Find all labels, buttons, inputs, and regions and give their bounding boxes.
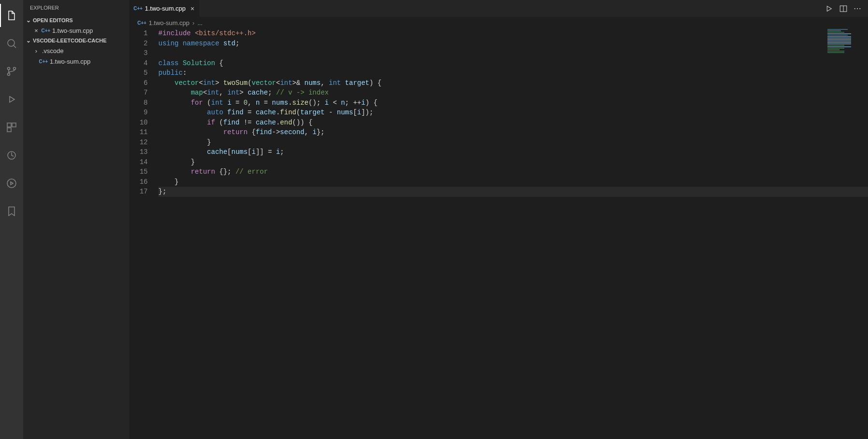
more-icon[interactable]: ⋯ [854, 4, 861, 13]
chevron-down-icon: ⌄ [25, 17, 32, 24]
tab-label: 1.two-sum.cpp [145, 5, 186, 12]
cpp-file-icon: C++ [40, 57, 47, 65]
cpp-file-icon: C++ [42, 27, 50, 34]
git-branch-icon [6, 66, 17, 77]
play-bug-icon [6, 94, 17, 105]
editor-area: C++ 1.two-sum.cpp × ⋯ C++ 1.two-sum.cpp … [129, 0, 868, 439]
split-editor-icon[interactable] [839, 4, 848, 13]
tab-actions: ⋯ [825, 0, 868, 17]
breadcrumb-trail: ... [197, 19, 203, 27]
open-editors-header[interactable]: ⌄ OPEN EDITORS [23, 15, 129, 25]
svg-point-3 [14, 68, 16, 70]
chevron-right-icon: › [33, 47, 40, 55]
svg-rect-4 [7, 123, 11, 127]
activity-extensions[interactable] [0, 116, 23, 139]
close-icon[interactable]: × [33, 27, 40, 34]
line-number-gutter: 1234567891011121314151617 [129, 28, 158, 439]
tree-folder-vscode[interactable]: › .vscode [23, 45, 129, 56]
activity-bar [0, 0, 23, 439]
explorer-sidebar: EXPLORER ⌄ OPEN EDITORS × C++ 1.two-sum.… [23, 0, 129, 439]
tree-file-two-sum[interactable]: C++ 1.two-sum.cpp [23, 56, 129, 67]
run-icon[interactable] [825, 4, 833, 13]
activity-misc-2[interactable] [0, 172, 23, 195]
search-icon [6, 38, 17, 49]
open-editor-item[interactable]: × C++ 1.two-sum.cpp [23, 25, 129, 36]
svg-point-2 [8, 73, 10, 76]
open-editors-label: OPEN EDITORS [33, 17, 73, 23]
svg-point-0 [8, 40, 14, 46]
workspace-header[interactable]: ⌄ VSCODE-LEETCODE-CACHE [23, 36, 129, 45]
workspace-label: VSCODE-LEETCODE-CACHE [33, 38, 107, 43]
explorer-title: EXPLORER [23, 0, 129, 15]
code-editor[interactable]: 1234567891011121314151617 #include <bits… [129, 28, 868, 439]
files-icon [6, 10, 17, 21]
activity-misc-1[interactable] [0, 144, 23, 167]
activity-search[interactable] [0, 32, 23, 55]
cpp-file-icon: C++ [134, 5, 142, 13]
circle-play-icon [6, 178, 17, 189]
cpp-file-icon: C++ [138, 19, 146, 27]
tab-two-sum[interactable]: C++ 1.two-sum.cpp × [129, 0, 200, 17]
svg-rect-5 [12, 123, 16, 127]
activity-explorer[interactable] [0, 4, 23, 27]
chevron-right-icon: › [193, 19, 195, 27]
code-content[interactable]: #include <bits/stdc++.h>using namespace … [158, 28, 868, 439]
bookmark-icon [6, 206, 17, 217]
svg-rect-6 [7, 128, 11, 132]
activity-bookmark[interactable] [0, 200, 23, 223]
folder-name: .vscode [42, 47, 64, 55]
close-icon[interactable]: × [191, 5, 195, 13]
activity-source-control[interactable] [0, 60, 23, 83]
breadcrumb-file: 1.two-sum.cpp [149, 19, 190, 27]
svg-point-8 [7, 179, 16, 188]
tab-bar: C++ 1.two-sum.cpp × ⋯ [129, 0, 868, 17]
tree-icon [6, 150, 17, 161]
svg-point-1 [8, 68, 10, 70]
extensions-icon [6, 122, 17, 133]
file-name: 1.two-sum.cpp [50, 58, 91, 65]
chevron-down-icon: ⌄ [25, 37, 32, 44]
open-editor-filename: 1.two-sum.cpp [52, 27, 93, 34]
breadcrumb[interactable]: C++ 1.two-sum.cpp › ... [129, 17, 868, 28]
activity-run-debug[interactable] [0, 88, 23, 111]
